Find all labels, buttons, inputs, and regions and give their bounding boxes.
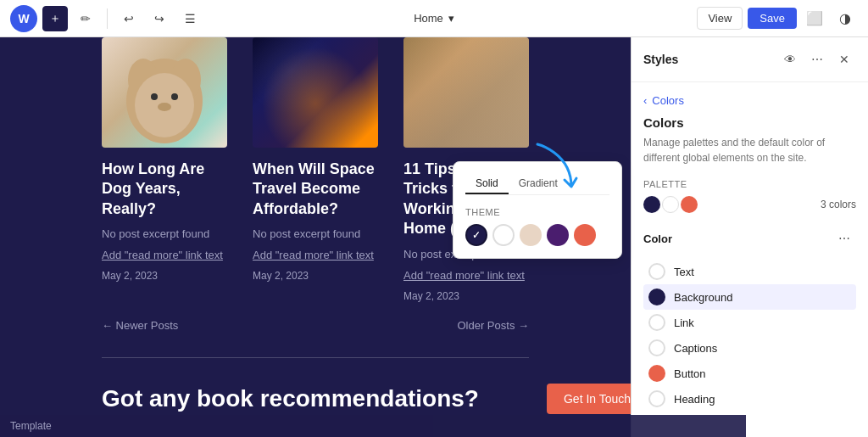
post-card-1: How Long Are Dog Years, Really? No post … bbox=[102, 37, 227, 302]
device-preview-button[interactable]: ⬜ bbox=[802, 6, 827, 31]
edit-button[interactable]: ✏ bbox=[73, 6, 98, 31]
color-label-text: Text bbox=[674, 266, 694, 278]
color-section-header: Color ⋯ bbox=[643, 227, 856, 250]
post-card-2: When Will Space Travel Become Affordable… bbox=[253, 37, 378, 302]
newer-posts-link[interactable]: ← Newer Posts bbox=[102, 319, 178, 332]
older-posts-link[interactable]: Older Posts → bbox=[457, 319, 529, 332]
toolbar-divider bbox=[107, 8, 108, 29]
color-label-captions: Captions bbox=[674, 342, 717, 355]
back-link[interactable]: ‹ Colors bbox=[643, 94, 856, 107]
picker-swatch-2[interactable] bbox=[492, 224, 515, 246]
back-chevron-icon: ‹ bbox=[643, 94, 647, 107]
picker-tab-gradient[interactable]: Gradient bbox=[509, 174, 568, 194]
sidebar-header: Styles 👁 ⋯ ✕ bbox=[632, 37, 868, 82]
color-item-button[interactable]: Button bbox=[643, 361, 856, 386]
sidebar: Styles 👁 ⋯ ✕ ‹ Colors Colors Manage pale… bbox=[631, 37, 868, 437]
palette-swatch-red bbox=[681, 196, 698, 213]
colors-section-desc: Manage palettes and the default color of… bbox=[643, 135, 856, 165]
post-read-more-2[interactable]: Add "read more" link text bbox=[253, 249, 378, 261]
toolbar-right: View Save ⬜ ◑ bbox=[697, 6, 858, 31]
color-item-link[interactable]: Link bbox=[643, 310, 856, 335]
toolbar-left: W ＋ ✏ ↩ ↪ ☰ bbox=[10, 5, 203, 32]
color-section-more-button[interactable]: ⋯ bbox=[832, 227, 856, 250]
wp-logo[interactable]: W bbox=[10, 5, 37, 32]
post-image-space bbox=[253, 37, 378, 148]
colors-section-title: Colors bbox=[643, 115, 856, 130]
color-item-captions[interactable]: Captions bbox=[643, 335, 856, 361]
post-read-more-1[interactable]: Add "read more" link text bbox=[102, 249, 227, 261]
post-excerpt-1: No post excerpt found bbox=[102, 227, 227, 240]
home-nav[interactable]: Home ▾ bbox=[414, 12, 454, 25]
toolbar: W ＋ ✏ ↩ ↪ ☰ Home ▾ View Save ⬜ ◑ bbox=[0, 0, 868, 37]
palette-row: 3 colors bbox=[643, 196, 856, 213]
redo-button[interactable]: ↪ bbox=[147, 6, 172, 31]
add-block-button[interactable]: ＋ bbox=[42, 6, 68, 31]
color-label-background: Background bbox=[674, 291, 732, 304]
post-image-laptop bbox=[403, 37, 529, 148]
palette-colors bbox=[643, 196, 698, 213]
post-date-1: May 2, 2023 bbox=[102, 270, 227, 282]
post-image-dog bbox=[102, 37, 227, 148]
picker-swatch-4[interactable] bbox=[547, 224, 569, 246]
styles-close-button[interactable]: ✕ bbox=[832, 48, 856, 71]
color-picker-popup: Solid Gradient THEME ✓ bbox=[453, 161, 622, 259]
palette-swatch-dark bbox=[643, 196, 660, 213]
palette-count: 3 colors bbox=[821, 199, 856, 210]
home-label: Home bbox=[414, 12, 443, 25]
color-label-heading: Heading bbox=[674, 393, 715, 406]
styles-more-button[interactable]: ⋯ bbox=[805, 48, 829, 71]
picker-swatch-5[interactable] bbox=[574, 224, 596, 246]
view-button[interactable]: View bbox=[697, 7, 743, 30]
save-button[interactable]: Save bbox=[748, 8, 797, 29]
picker-swatch-3[interactable] bbox=[520, 224, 542, 246]
footer-cta-text: Got any book recommendations? bbox=[102, 385, 479, 412]
styles-eye-button[interactable]: 👁 bbox=[778, 48, 802, 71]
dropdown-icon: ▾ bbox=[448, 12, 454, 25]
post-title-2: When Will Space Travel Become Affordable… bbox=[253, 160, 378, 219]
color-swatch-link bbox=[648, 314, 665, 331]
color-swatch-captions bbox=[648, 339, 665, 356]
color-swatch-heading bbox=[648, 390, 665, 407]
palette-swatch-white bbox=[662, 196, 679, 213]
main-layout: How Long Are Dog Years, Really? No post … bbox=[0, 37, 868, 437]
picker-tabs: Solid Gradient bbox=[465, 174, 609, 195]
posts-navigation: ← Newer Posts Older Posts → bbox=[102, 302, 529, 357]
post-read-more-3[interactable]: Add "read more" link text bbox=[403, 269, 529, 282]
sidebar-header-icons: 👁 ⋯ ✕ bbox=[778, 48, 856, 71]
picker-tab-solid[interactable]: Solid bbox=[465, 174, 509, 194]
get-in-touch-button[interactable]: Get In Touch bbox=[547, 384, 631, 414]
color-label-link: Link bbox=[674, 317, 694, 329]
color-item-heading[interactable]: Heading bbox=[643, 386, 856, 412]
post-date-2: May 2, 2023 bbox=[253, 270, 378, 282]
post-excerpt-2: No post excerpt found bbox=[253, 227, 378, 240]
template-bar: Template bbox=[0, 415, 746, 437]
color-section-label: Color bbox=[643, 233, 672, 245]
color-swatch-button bbox=[648, 365, 665, 382]
color-item-text[interactable]: Text bbox=[643, 259, 856, 284]
picker-swatches: ✓ bbox=[465, 224, 609, 246]
color-swatch-text bbox=[648, 263, 665, 280]
picker-theme-label: THEME bbox=[465, 207, 609, 217]
styles-button[interactable]: ◑ bbox=[832, 6, 858, 31]
sidebar-title: Styles bbox=[643, 53, 678, 66]
post-date-3: May 2, 2023 bbox=[403, 290, 529, 302]
color-label-button: Button bbox=[674, 367, 706, 380]
color-swatch-background bbox=[648, 289, 665, 305]
color-item-background[interactable]: Background bbox=[643, 284, 856, 310]
post-title-1: How Long Are Dog Years, Really? bbox=[102, 160, 227, 219]
back-label: Colors bbox=[652, 94, 684, 107]
undo-button[interactable]: ↩ bbox=[116, 6, 142, 31]
template-label: Template bbox=[10, 420, 52, 432]
picker-swatch-1[interactable]: ✓ bbox=[465, 224, 487, 246]
sidebar-body: ‹ Colors Colors Manage palettes and the … bbox=[632, 82, 868, 437]
palette-label: PALETTE bbox=[643, 179, 856, 189]
list-view-button[interactable]: ☰ bbox=[177, 6, 203, 31]
